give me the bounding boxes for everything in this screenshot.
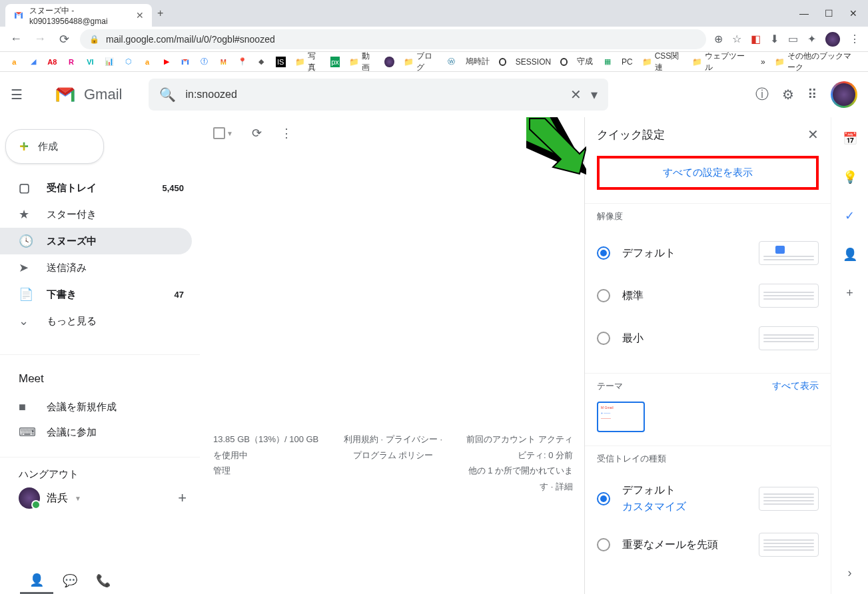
bookmark-star-icon[interactable]: ☆ bbox=[732, 33, 741, 45]
sidebar-item-star[interactable]: ★スター付き bbox=[0, 201, 192, 228]
theme-show-all-link[interactable]: すべて表示 bbox=[772, 380, 819, 392]
density-option[interactable]: デフォルト bbox=[597, 232, 819, 274]
extension-icon-2[interactable]: ⬇ bbox=[770, 33, 779, 45]
sidebar-item-chevron-down[interactable]: ⌄もっと見る bbox=[0, 308, 192, 334]
reload-button[interactable]: ⟳ bbox=[56, 32, 72, 47]
gmail-logo-text: Gmail bbox=[84, 86, 122, 103]
select-all-checkbox[interactable]: ▼ bbox=[213, 127, 233, 139]
contacts-icon[interactable]: 👤 bbox=[842, 246, 858, 262]
profile-avatar[interactable] bbox=[825, 32, 840, 47]
bookmark-item[interactable]: IS bbox=[276, 57, 286, 67]
keep-icon[interactable]: 💡 bbox=[842, 169, 858, 185]
back-button[interactable]: ← bbox=[8, 32, 24, 46]
density-option[interactable]: 標準 bbox=[597, 274, 819, 317]
extension-icon-3[interactable]: ▭ bbox=[788, 33, 798, 45]
search-icon[interactable]: 🔍 bbox=[159, 87, 176, 103]
extensions-puzzle-icon[interactable]: ✦ bbox=[807, 33, 816, 45]
apps-grid-icon[interactable]: ⠿ bbox=[807, 87, 817, 103]
meet-join-meeting[interactable]: ⌨ 会議に参加 bbox=[19, 420, 200, 445]
bookmark-item[interactable]: R bbox=[67, 57, 77, 67]
bookmark-item[interactable]: ◆ bbox=[256, 57, 266, 67]
all-settings-button[interactable]: すべての設定を表示 bbox=[597, 156, 819, 190]
forward-button[interactable]: → bbox=[32, 32, 48, 46]
settings-gear-icon[interactable]: ⚙ bbox=[782, 87, 794, 103]
minimize-button[interactable]: — bbox=[799, 8, 809, 19]
tab-close-icon[interactable]: ✕ bbox=[136, 10, 144, 21]
search-options-icon[interactable]: ▾ bbox=[591, 87, 598, 103]
activity-info[interactable]: 前回のアカウント アクティビティ: 0 分前 他の 1 か所で開かれています ·… bbox=[466, 432, 573, 494]
refresh-icon[interactable]: ⟳ bbox=[252, 126, 262, 141]
calendar-icon[interactable]: 📅 bbox=[842, 131, 858, 147]
collapse-panel-icon[interactable]: › bbox=[842, 565, 858, 581]
hangouts-tab[interactable]: 💬 bbox=[53, 567, 87, 594]
sidebar-item-file[interactable]: 📄下書き47 bbox=[0, 281, 192, 308]
bookmark-item[interactable]: ▦ bbox=[602, 57, 612, 67]
contacts-tab[interactable]: 👤 bbox=[20, 567, 53, 594]
bookmark-folder[interactable]: 📁CSS関連 bbox=[642, 52, 683, 72]
sidebar-item-clock[interactable]: 🕓スヌーズ中 bbox=[0, 228, 192, 254]
terms-links[interactable]: 利用規約 · プライバシー · プログラム ポリシー bbox=[340, 432, 446, 494]
meet-new-meeting[interactable]: ■ 会議を新規作成 bbox=[19, 395, 200, 420]
density-label: 解像度 bbox=[597, 210, 819, 222]
phone-tab[interactable]: 📞 bbox=[87, 567, 120, 594]
bookmarks-overflow[interactable]: » bbox=[761, 57, 765, 67]
maximize-button[interactable]: ☐ bbox=[825, 8, 833, 19]
sidebar-item-inbox[interactable]: ▢受信トレイ5,450 bbox=[0, 174, 192, 201]
bookmark-item[interactable]: ◢ bbox=[29, 57, 39, 67]
inbox-type-option[interactable]: デフォルトカスタマイズ bbox=[597, 474, 819, 523]
bookmark-item[interactable]: ⓦ bbox=[446, 57, 456, 67]
search-box[interactable]: 🔍 ✕ ▾ bbox=[149, 79, 608, 111]
help-icon[interactable]: ⓘ bbox=[755, 85, 769, 103]
inbox-type-option[interactable]: 重要なメールを先頭 bbox=[597, 523, 819, 566]
gmail-logo[interactable]: Gmail bbox=[53, 83, 122, 107]
hangout-user[interactable]: 浩兵 ▼ + bbox=[19, 487, 200, 509]
hangout-add-icon[interactable]: + bbox=[178, 489, 187, 507]
add-apps-icon[interactable]: + bbox=[842, 285, 858, 301]
zoom-icon[interactable]: ⊕ bbox=[714, 33, 723, 45]
search-clear-icon[interactable]: ✕ bbox=[570, 87, 582, 103]
bookmark-item[interactable]: px bbox=[330, 57, 340, 67]
bookmark-item[interactable]: ⬡ bbox=[123, 57, 133, 67]
bookmark-item[interactable]: 📍 bbox=[238, 57, 248, 67]
theme-thumbnail[interactable]: M Gmail + —— ——— bbox=[597, 402, 645, 432]
bookmark-folder[interactable]: 📁ブログ bbox=[404, 52, 437, 72]
bookmark-item[interactable]: a bbox=[9, 57, 19, 67]
bookmark-folder[interactable]: 📁ウェブツール bbox=[692, 52, 747, 72]
density-option[interactable]: 最小 bbox=[597, 317, 819, 360]
bookmark-item[interactable] bbox=[560, 58, 568, 66]
browser-menu-icon[interactable]: ⋮ bbox=[849, 33, 860, 45]
url-input[interactable]: 🔒 mail.google.com/mail/u/0/?ogbl#snoozed bbox=[80, 29, 706, 49]
compose-button[interactable]: + 作成 bbox=[5, 129, 104, 164]
bookmark-folder[interactable]: 📁写真 bbox=[295, 52, 321, 72]
bookmark-item[interactable]: 鳩時計 bbox=[466, 56, 490, 67]
more-menu-icon[interactable]: ⋮ bbox=[280, 126, 292, 141]
bookmark-item[interactable]: 守成 bbox=[577, 56, 593, 67]
bookmark-item[interactable]: M bbox=[218, 57, 228, 67]
hangout-username: 浩兵 bbox=[47, 491, 68, 505]
search-input[interactable] bbox=[185, 89, 561, 101]
bookmark-item[interactable]: VI bbox=[85, 57, 95, 67]
close-window-button[interactable]: ✕ bbox=[849, 8, 857, 19]
new-tab-button[interactable]: + bbox=[157, 7, 163, 19]
hamburger-menu-icon[interactable]: ☰ bbox=[11, 87, 27, 103]
close-settings-icon[interactable]: ✕ bbox=[807, 127, 819, 143]
sidebar-item-send[interactable]: ➤送信済み bbox=[0, 254, 192, 281]
bookmark-item[interactable]: SESSION bbox=[516, 57, 551, 67]
bookmark-item[interactable]: A8 bbox=[47, 57, 57, 67]
account-avatar[interactable] bbox=[831, 81, 857, 108]
browser-tab[interactable]: スヌーズ中 - k09013956488@gmai ✕ bbox=[5, 4, 152, 27]
bookmark-item[interactable] bbox=[499, 58, 506, 66]
bookmark-item[interactable] bbox=[181, 57, 191, 67]
extension-icon-1[interactable]: ◧ bbox=[751, 33, 761, 45]
storage-info[interactable]: 13.85 GB（13%）/ 100 GB を使用中 管理 bbox=[213, 432, 320, 494]
tasks-icon[interactable]: ✓ bbox=[842, 208, 858, 224]
bookmark-folder[interactable]: 📁動画 bbox=[349, 52, 375, 72]
other-bookmarks-folder[interactable]: 📁その他のブックマーク bbox=[775, 52, 859, 72]
bookmark-item[interactable]: 📊 bbox=[105, 57, 115, 67]
bookmark-item[interactable]: ⓕ bbox=[199, 57, 209, 67]
density-section: 解像度 デフォルト標準最小 bbox=[585, 203, 831, 373]
bookmark-item[interactable]: PC bbox=[622, 57, 633, 67]
bookmark-item[interactable]: ▶ bbox=[161, 57, 171, 67]
bookmark-item[interactable] bbox=[384, 57, 394, 67]
bookmark-item[interactable]: a bbox=[143, 57, 153, 67]
